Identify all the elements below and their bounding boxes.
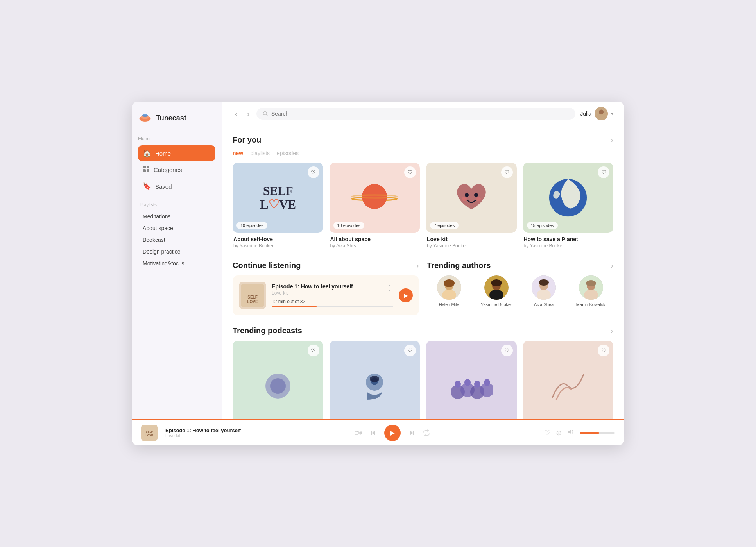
trend-card-3[interactable]: ♡	[426, 341, 517, 419]
heart-button-trend-1[interactable]: ♡	[308, 345, 319, 356]
continue-info: Episode 1: How to feel yourself Love kit…	[272, 283, 393, 307]
player-episode-title: Episode 1: How to feel yourself	[165, 427, 241, 433]
card-image-self-love: ♡ SELFL♡VE 10 episodes	[233, 163, 323, 233]
svg-rect-6	[147, 169, 149, 172]
trending-header: Trending podcasts ›	[233, 326, 613, 335]
heart-button-trend-3[interactable]: ♡	[501, 345, 513, 356]
filter-tabs: new playlists episodes	[233, 150, 613, 156]
podcast-card-self-love[interactable]: ♡ SELFL♡VE 10 episodes About self-love b…	[233, 163, 323, 250]
svg-point-49	[455, 381, 461, 388]
playlist-meditations[interactable]: Meditations	[138, 211, 215, 222]
trend-card-1[interactable]: ♡	[233, 341, 323, 419]
logo-icon	[138, 111, 152, 125]
continue-thumb: SELF LOVE	[239, 282, 266, 309]
sidebar-item-home[interactable]: 🏠 Home	[138, 145, 215, 161]
app-body: Tunecast Menu 🏠 Home Categories	[132, 102, 624, 419]
svg-point-52	[484, 379, 490, 386]
trending-podcasts-section: Trending podcasts › ♡	[233, 326, 613, 419]
svg-rect-57	[371, 431, 372, 435]
sidebar: Tunecast Menu 🏠 Home Categories	[132, 102, 222, 419]
authors-more-button[interactable]: ›	[611, 261, 613, 270]
svg-point-39	[586, 280, 596, 286]
trend-card-2[interactable]: ♡	[330, 341, 420, 419]
search-input[interactable]	[271, 111, 569, 117]
continue-more-button[interactable]: ›	[416, 261, 419, 270]
play-pause-button[interactable]: ▶	[384, 425, 401, 441]
svg-text:SELF: SELF	[247, 295, 258, 299]
heart-button-love[interactable]: ♡	[501, 166, 513, 178]
app-name: Tunecast	[156, 114, 186, 122]
podcast-cards-grid: ♡ SELFL♡VE 10 episodes About self-love b…	[233, 163, 613, 250]
heart-button-space[interactable]: ♡	[404, 166, 416, 178]
for-you-title: For you	[233, 136, 261, 145]
svg-point-31	[491, 279, 502, 286]
sidebar-item-categories[interactable]: Categories	[138, 162, 215, 178]
menu-label: Menu	[138, 136, 215, 141]
heart-button-trend-4[interactable]: ♡	[598, 345, 609, 356]
volume-bar[interactable]	[580, 432, 615, 434]
svg-point-13	[362, 184, 387, 209]
home-icon: 🏠	[143, 149, 151, 157]
svg-point-17	[462, 197, 467, 201]
continue-play-button[interactable]: ▶	[399, 288, 413, 302]
playlist-bookcast[interactable]: Bookcast	[138, 234, 215, 246]
svg-point-41	[270, 378, 286, 394]
svg-rect-53	[141, 425, 158, 441]
trending-title: Trending podcasts	[233, 326, 302, 335]
add-button-player[interactable]: ⊕	[556, 429, 562, 437]
svg-text:LOVE: LOVE	[247, 300, 258, 304]
shuffle-button[interactable]	[355, 429, 362, 437]
playlist-motivating[interactable]: Motivating&focus	[138, 257, 215, 269]
author-avatar-martin	[579, 275, 603, 300]
author-item-helen[interactable]: Helen Mile	[427, 275, 471, 307]
next-button[interactable]	[408, 429, 416, 437]
podcast-card-space[interactable]: ♡ 10 episodes All about s	[330, 163, 420, 250]
trending-cards-grid: ♡ ♡	[233, 341, 613, 419]
repeat-button[interactable]	[423, 429, 430, 437]
card-title-3: Love kit	[427, 236, 516, 242]
author-item-yasmine[interactable]: Yasmine Booker	[474, 275, 518, 307]
avatar	[595, 107, 608, 120]
author-item-aiza[interactable]: Aiza Shea	[522, 275, 566, 307]
filter-playlists[interactable]: playlists	[250, 150, 270, 156]
user-area[interactable]: Julia ▾	[580, 107, 613, 120]
episode-more-button[interactable]: ⋮	[386, 283, 393, 292]
podcast-card-planet[interactable]: ♡ 15 episodes	[523, 163, 614, 250]
svg-marker-60	[568, 429, 571, 434]
search-icon	[263, 111, 268, 116]
filter-new[interactable]: new	[233, 150, 243, 156]
chevron-down-icon: ▾	[611, 111, 613, 116]
heart-button-planet[interactable]: ♡	[598, 166, 609, 178]
continue-episode-title: Episode 1: How to feel yourself	[272, 283, 353, 290]
heart-button-self-love[interactable]: ♡	[308, 166, 319, 178]
sidebar-item-saved[interactable]: 🔖 Saved	[138, 179, 215, 194]
grid-icon	[143, 165, 150, 174]
author-item-martin[interactable]: Martin Kowalski	[569, 275, 613, 307]
svg-text:SELF: SELF	[146, 430, 153, 433]
back-button[interactable]: ‹	[233, 108, 240, 120]
progress-bar	[272, 306, 393, 307]
heart-button-trend-2[interactable]: ♡	[404, 345, 416, 356]
svg-text:LOVE: LOVE	[145, 434, 153, 437]
svg-point-10	[599, 110, 604, 115]
volume-button[interactable]	[567, 428, 574, 437]
trend-card-4[interactable]: ♡	[523, 341, 614, 419]
authors-grid: Helen Mile	[427, 275, 613, 307]
player-controls: ▶	[249, 425, 536, 441]
playlists-label: Playlists	[140, 202, 215, 207]
authors-header: Trending authors ›	[427, 261, 613, 270]
podcast-card-love-kit[interactable]: ♡ 7 epis	[426, 163, 517, 250]
playlist-about-space[interactable]: About space	[138, 222, 215, 234]
author-name-yasmine: Yasmine Booker	[481, 302, 512, 307]
continue-header: Continue listening ›	[233, 261, 419, 270]
playlist-design-practice[interactable]: Design practice	[138, 246, 215, 257]
like-button-player[interactable]: ♡	[544, 429, 550, 437]
episode-badge-3: 7 episodes	[430, 222, 459, 229]
filter-episodes[interactable]: episodes	[277, 150, 299, 156]
forward-button[interactable]: ›	[245, 108, 252, 120]
author-avatar-helen	[437, 275, 461, 300]
svg-rect-5	[143, 169, 146, 172]
for-you-more-button[interactable]: ›	[611, 136, 613, 145]
trending-more-button[interactable]: ›	[611, 326, 613, 335]
prev-button[interactable]	[369, 429, 377, 437]
